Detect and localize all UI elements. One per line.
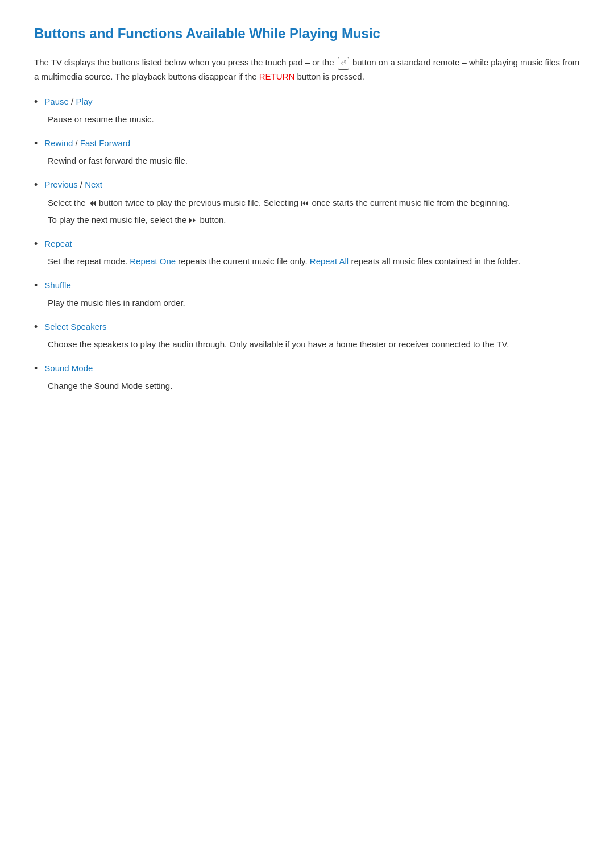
list-item-pause-play: • Pause / Play Pause or resume the music…	[34, 95, 580, 126]
separator: /	[76, 138, 80, 148]
shuffle-description: Play the music files in random order.	[48, 296, 580, 310]
intro-paragraph: The TV displays the buttons listed below…	[34, 56, 580, 84]
repeat-label: Repeat	[44, 237, 72, 251]
repeat-description: Set the repeat mode. Repeat One repeats …	[48, 255, 580, 268]
pause-play-description: Pause or resume the music.	[48, 113, 580, 126]
select-speakers-label: Select Speakers	[44, 320, 106, 334]
fast-forward-label: Fast Forward	[80, 138, 130, 148]
shuffle-label: Shuffle	[44, 279, 70, 292]
sound-mode-text: Sound Mode	[44, 363, 93, 373]
bullet-dot: •	[34, 279, 38, 293]
bullet-dot: •	[34, 95, 38, 109]
previous-next-desc2: To play the next music file, select the …	[48, 213, 580, 227]
bullet-dot: •	[34, 320, 38, 334]
previous-next-description: Select the ⏮ button twice to play the pr…	[48, 196, 580, 227]
previous-next-label: Previous / Next	[44, 178, 102, 192]
repeat-one-label: Repeat One	[130, 256, 176, 266]
list-item-shuffle: • Shuffle Play the music files in random…	[34, 279, 580, 310]
sound-mode-desc-text: Change the Sound Mode setting.	[48, 379, 580, 393]
list-item-repeat: • Repeat Set the repeat mode. Repeat One…	[34, 237, 580, 268]
bullet-dot: •	[34, 237, 38, 251]
intro-text-part3: button is pressed.	[294, 72, 364, 81]
pause-play-desc-text: Pause or resume the music.	[48, 113, 580, 126]
return-label: RETURN	[259, 72, 295, 81]
rewind-label: Rewind	[44, 138, 73, 148]
repeat-all-label: Repeat All	[310, 256, 349, 266]
bullet-dot: •	[34, 362, 38, 376]
list-item-select-speakers: • Select Speakers Choose the speakers to…	[34, 320, 580, 351]
list-item-previous-next: • Previous / Next Select the ⏮ button tw…	[34, 178, 580, 226]
separator: /	[80, 180, 85, 189]
list-item-sound-mode: • Sound Mode Change the Sound Mode setti…	[34, 362, 580, 393]
remote-icon: ⏎	[338, 57, 349, 70]
pause-label: Pause	[44, 97, 69, 106]
pause-play-label: Pause / Play	[44, 95, 92, 109]
previous-next-desc1: Select the ⏮ button twice to play the pr…	[48, 196, 580, 210]
next-label: Next	[85, 180, 102, 189]
bullet-dot: •	[34, 178, 38, 192]
play-label: Play	[76, 97, 92, 106]
shuffle-text: Shuffle	[44, 280, 70, 290]
previous-label: Previous	[44, 180, 77, 189]
sound-mode-description: Change the Sound Mode setting.	[48, 379, 580, 393]
page-title: Buttons and Functions Available While Pl…	[34, 23, 580, 44]
select-speakers-text: Select Speakers	[44, 322, 106, 331]
select-speakers-desc-text: Choose the speakers to play the audio th…	[48, 338, 580, 351]
sound-mode-label: Sound Mode	[44, 362, 93, 375]
intro-text-part1: The TV displays the buttons listed below…	[34, 57, 337, 67]
repeat-desc-text: Set the repeat mode. Repeat One repeats …	[48, 255, 580, 268]
feature-list: • Pause / Play Pause or resume the music…	[34, 95, 580, 393]
repeat-text: Repeat	[44, 239, 72, 248]
bullet-dot: •	[34, 136, 38, 151]
select-speakers-description: Choose the speakers to play the audio th…	[48, 338, 580, 351]
shuffle-desc-text: Play the music files in random order.	[48, 296, 580, 310]
list-item-rewind-ff: • Rewind / Fast Forward Rewind or fast f…	[34, 136, 580, 168]
rewind-ff-description: Rewind or fast forward the music file.	[48, 154, 580, 168]
rewind-ff-desc-text: Rewind or fast forward the music file.	[48, 154, 580, 168]
rewind-ff-label: Rewind / Fast Forward	[44, 136, 130, 150]
